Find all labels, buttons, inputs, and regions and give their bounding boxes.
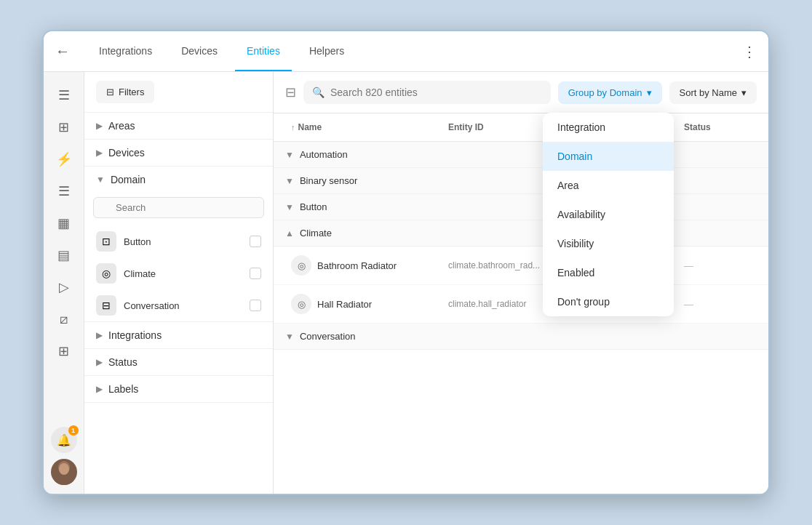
conversation-domain-checkbox[interactable] (250, 300, 261, 311)
sidebar-bottom: 🔔 1 (51, 427, 77, 494)
dropdown-item-domain[interactable]: Domain (543, 142, 674, 171)
section-domain-header[interactable]: ▼ Domain (84, 167, 273, 193)
tab-helpers[interactable]: Helpers (298, 32, 356, 71)
notification-badge: 1 (68, 425, 79, 436)
climate-group-chevron-icon: ▲ (285, 228, 294, 239)
devices-chevron-icon: ▶ (96, 148, 103, 158)
back-button[interactable]: ← (55, 43, 70, 60)
avatar[interactable] (51, 459, 77, 485)
integrations-label: Integrations (108, 329, 162, 341)
tab-devices[interactable]: Devices (170, 32, 229, 71)
dropdown-item-visibility[interactable]: Visibility (543, 229, 674, 258)
status-chevron-icon: ▶ (96, 357, 103, 367)
climate-domain-checkbox[interactable] (250, 268, 261, 279)
section-labels: ▶ Labels (84, 376, 273, 403)
svg-point-1 (54, 476, 74, 485)
button-group-chevron-icon: ▼ (285, 202, 294, 212)
binary-sensor-chevron-icon: ▼ (285, 176, 294, 186)
automation-group-chevron-icon: ▼ (285, 150, 294, 160)
tab-entities[interactable]: Entities (235, 32, 292, 71)
section-devices-header[interactable]: ▶ Devices (84, 140, 273, 166)
sidebar-item-media[interactable]: ▷ (49, 273, 79, 302)
areas-label: Areas (108, 120, 135, 132)
group-binary-sensor[interactable]: ▼ Binary sensor (274, 168, 768, 194)
sidebar-item-chart[interactable]: ▦ (49, 209, 79, 238)
notification-icon[interactable]: 🔔 1 (51, 427, 77, 453)
domain-chevron-icon: ▼ (96, 175, 105, 185)
sidebar-item-dashboard[interactable]: ⊞ (49, 113, 79, 142)
header-entity-id-label: Entity ID (448, 122, 484, 132)
group-by-button[interactable]: Group by Domain ▾ (558, 81, 662, 104)
dropdown-item-integration[interactable]: Integration (543, 113, 674, 142)
table-container: ↑ Name Entity ID Area Status ▼ (274, 113, 768, 494)
section-integrations: ▶ Integrations (84, 322, 273, 349)
group-button[interactable]: ▼ Button (274, 194, 768, 220)
section-areas-header[interactable]: ▶ Areas (84, 113, 273, 139)
tab-integrations[interactable]: Integrations (87, 32, 164, 71)
table-header: ↑ Name Entity ID Area Status (274, 113, 768, 142)
section-areas: ▶ Areas (84, 113, 273, 140)
group-by-dropdown: Integration Domain Area Availability Vis… (543, 113, 674, 316)
button-group-label: Button (300, 201, 327, 212)
group-by-label: Group by Domain (568, 87, 642, 98)
left-panel: ⊟ Filters ▶ Areas ▶ Devices (84, 72, 274, 494)
section-status: ▶ Status (84, 349, 273, 376)
dropdown-item-availability[interactable]: Availability (543, 200, 674, 229)
filter-icon: ⊟ (106, 87, 114, 97)
sidebar-item-list[interactable]: ☰ (49, 177, 79, 206)
section-integrations-header[interactable]: ▶ Integrations (84, 322, 273, 348)
cell-status: — (678, 290, 757, 318)
header-status: Status (678, 113, 757, 141)
binary-sensor-group-label: Binary sensor (300, 175, 357, 186)
section-labels-header[interactable]: ▶ Labels (84, 376, 273, 402)
conversation-domain-icon: ⊟ (96, 295, 116, 316)
icon-sidebar: ☰ ⊞ ⚡ ☰ ▦ ▤ ▷ ⧄ ⊞ 🔔 1 (44, 72, 84, 494)
labels-chevron-icon: ▶ (96, 384, 103, 394)
header-name-label: Name (298, 122, 322, 132)
entity-icon: ◎ (291, 255, 311, 276)
climate-domain-label: Climate (124, 268, 242, 279)
dropdown-item-dont-group[interactable]: Don't group (543, 287, 674, 316)
sidebar-item-terminal[interactable]: ⊞ (49, 337, 79, 366)
sort-by-chevron-icon: ▾ (741, 87, 747, 98)
cell-name: ◎ Bathroom Radiator (285, 247, 442, 284)
domain-item-button[interactable]: ⊡ Button (84, 225, 273, 257)
sort-by-label: Sort by Name (680, 87, 737, 98)
climate-domain-icon: ◎ (96, 263, 116, 284)
domain-label: Domain (111, 174, 146, 185)
adjust-icon[interactable]: ⊟ (285, 84, 296, 100)
sidebar-item-extensions[interactable]: ⧄ (49, 305, 79, 334)
button-domain-checkbox[interactable] (250, 236, 261, 247)
app-window: ← Integrations Devices Entities Helpers … (42, 30, 770, 495)
domain-search-input[interactable] (93, 197, 264, 218)
group-climate[interactable]: ▲ Climate (274, 220, 768, 247)
dropdown-item-enabled[interactable]: Enabled (543, 258, 674, 287)
sidebar-item-storage[interactable]: ▤ (49, 241, 79, 270)
filters-button[interactable]: ⊟ Filters (96, 81, 154, 103)
status-label: Status (108, 356, 138, 368)
more-button[interactable]: ⋮ (742, 43, 757, 60)
search-input[interactable] (330, 87, 542, 98)
conversation-group-label: Conversation (300, 331, 356, 342)
sort-by-button[interactable]: Sort by Name ▾ (669, 81, 757, 104)
content-area: ⊟ 🔍 Group by Domain ▾ Sort by Name ▾ (274, 72, 768, 494)
entity-name: Hall Radiator (317, 299, 372, 310)
button-domain-label: Button (124, 236, 242, 247)
section-status-header[interactable]: ▶ Status (84, 349, 273, 375)
areas-chevron-icon: ▶ (96, 121, 103, 131)
search-box: 🔍 (303, 81, 551, 104)
automation-group-label: Automation (300, 149, 348, 160)
domain-item-conversation[interactable]: ⊟ Conversation (84, 289, 273, 321)
search-icon: 🔍 (312, 87, 325, 98)
domain-search-wrapper: 🔍 (93, 197, 264, 218)
sidebar-item-lightning[interactable]: ⚡ (49, 145, 79, 174)
domain-item-climate[interactable]: ◎ Climate (84, 257, 273, 289)
section-domain: ▼ Domain 🔍 ⊡ Button ◎ Climate (84, 167, 273, 322)
group-conversation[interactable]: ▼ Conversation (274, 324, 768, 350)
entity-id-value: climate.bathroom_rad... (448, 260, 540, 270)
table-row: ◎ Hall Radiator climate.hall_radiator Ha… (274, 285, 768, 324)
dropdown-item-area[interactable]: Area (543, 171, 674, 200)
cell-status: — (678, 252, 757, 280)
group-automation[interactable]: ▼ Automation (274, 142, 768, 168)
sidebar-item-menu[interactable]: ☰ (49, 81, 79, 110)
